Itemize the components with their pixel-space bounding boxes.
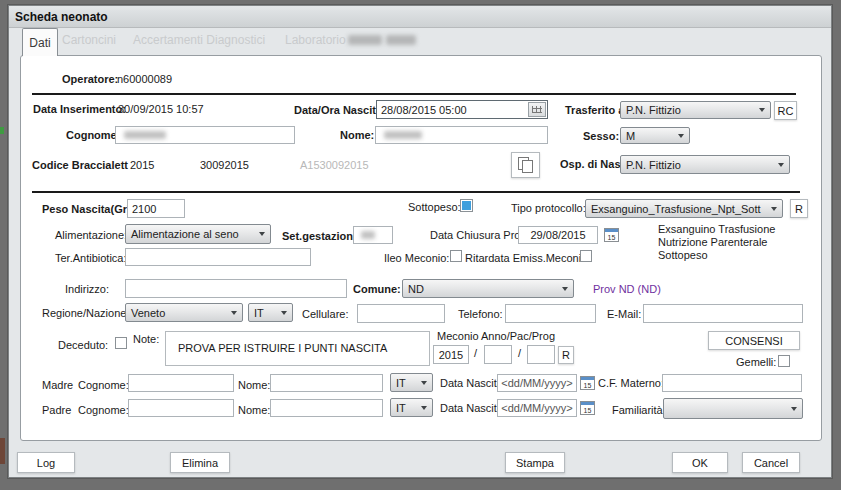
alimentazione-select[interactable]: Alimentazione al seno [125,224,271,244]
r-button[interactable]: R [790,199,808,218]
note-label: Note: [133,333,159,345]
chevron-down-icon [759,108,765,112]
trasferito-a-select[interactable]: P.N. Fittizio [620,101,771,119]
elimina-button[interactable]: Elimina [170,452,230,473]
peso-nascita-value: 2100 [132,203,156,215]
chevron-down-icon [231,311,237,315]
calendar-icon[interactable]: 15 [580,376,595,390]
sesso-label: Sesso: [583,130,619,142]
tipo-protocollo-select[interactable]: Exsanguino_Trasfusione_Npt_Sott [585,199,783,218]
osp-di-nascita-select[interactable]: P.N. Fittizio [620,155,790,174]
tab-accertamenti-diagnostici[interactable]: Accertamenti Diagnostici [133,33,265,47]
meconio-anno-input[interactable]: 2015 [433,345,469,364]
chevron-down-icon [778,163,784,167]
padre-nazione-select[interactable]: IT [390,398,433,417]
calendar-icon[interactable]: 15 [580,401,595,415]
calendar-day-label: 15 [581,406,594,415]
copy-icon [517,157,534,173]
nazione-value: IT [254,307,264,319]
familiarita-label: Familiarità: [612,404,666,416]
trasferito-a-label: Trasferito a: [565,104,628,116]
tab-dati[interactable]: Dati [22,28,58,56]
ileo-meconio-checkbox[interactable] [450,250,462,262]
telefono-label: Telefono: [458,308,503,320]
cf-materno-input[interactable] [662,374,802,392]
window-title: Scheda neonato [15,10,108,24]
protocollo-info-line2: Nutrizione Parenterale [658,236,767,248]
padre-cognome-label: Cognome: [78,404,129,416]
madre-cognome-input[interactable] [128,374,234,392]
rc-button[interactable]: RC [774,101,797,120]
deceduto-checkbox[interactable] [115,337,127,349]
separator [32,93,796,95]
chevron-down-icon [281,311,287,315]
log-button[interactable]: Log [17,452,75,473]
tipo-protocollo-value: Exsanguino_Trasfusione_Npt_Sott [591,203,761,215]
meconio-pac-input[interactable] [484,345,512,364]
data-chiusura-protocollo-value: 29/08/2015 [530,229,585,241]
padre-nome-input[interactable] [270,399,383,417]
meconio-separator: / [518,347,521,359]
ter-antibiotica-input[interactable] [125,248,311,266]
consensi-button[interactable]: CONSENSI [708,331,800,350]
protocollo-info-line1: Exsanguino Trasfusione [658,223,775,235]
madre-nome-input[interactable] [270,374,383,392]
ok-button[interactable]: OK [672,452,728,473]
operatore-label: Operatore: [62,73,118,85]
data-ora-nascita-input[interactable]: 28/08/2015 05:00 [376,100,548,119]
codice-completo-value: A1530092015 [300,159,369,171]
background-artifact-green [0,127,4,134]
stampa-button[interactable]: Stampa [505,452,565,473]
ritardata-emiss-meconio-checkbox[interactable] [580,250,592,262]
osp-di-nascita-value: P.N. Fittizio [626,159,681,171]
nome-redacted-value [384,131,422,139]
padre-nazione-value: IT [396,402,406,414]
padre-label: Padre [42,404,71,416]
madre-nome-label: Nome: [238,379,270,391]
tab-cartoncini[interactable]: Cartoncini [62,33,116,47]
copy-button[interactable] [511,152,540,178]
indirizzo-input[interactable] [125,279,347,298]
peso-nascita-input[interactable]: 2100 [127,199,185,218]
set-gestazione-label: Set.gestazione: [282,230,363,242]
regione-value: Veneto [131,307,165,319]
meconio-r-button[interactable]: R [558,346,574,364]
telefono-input[interactable] [505,304,596,323]
comune-select[interactable]: ND [402,279,574,298]
madre-data-nascita-input[interactable]: <dd/MM/yyyy> [497,374,577,392]
data-inserimento-value: 30/09/2015 10:57 [118,103,204,115]
madre-cognome-label: Cognome: [78,379,129,391]
madre-label: Madre [42,379,73,391]
calendar-icon[interactable]: 15 [604,228,619,242]
protocollo-info-line3: Sottopeso [658,249,708,261]
calendar-day-label: 15 [581,381,594,390]
madre-nazione-select[interactable]: IT [390,373,433,392]
cancel-button[interactable]: Cancel [742,452,800,473]
background-artifact-brown [0,438,5,464]
padre-cognome-input[interactable] [128,399,234,417]
padre-data-nascita-input[interactable]: <dd/MM/yyyy> [497,399,577,417]
nazione-select[interactable]: IT [248,303,293,322]
padre-data-nascita-placeholder: <dd/MM/yyyy> [501,402,573,414]
calendar-day-label: 15 [605,233,618,242]
data-chiusura-protocollo-input[interactable]: 29/08/2015 [518,226,598,244]
email-input[interactable] [643,304,803,323]
sesso-value: M [626,130,635,142]
meconio-anno-pac-prog-label: Meconio Anno/Pac/Prog [437,330,555,342]
regione-nazione-label: Regione/Nazione: [42,307,129,319]
window-titlebar[interactable]: Scheda neonato [9,6,831,28]
note-textarea[interactable]: PROVA PER ISTRUIRE I PUNTI NASCITA [165,331,430,366]
gemelli-checkbox[interactable] [778,355,790,367]
familiarita-select[interactable] [663,398,803,419]
datetime-picker-button[interactable] [528,102,546,117]
meconio-prog-input[interactable] [527,345,555,364]
cellulare-input[interactable] [357,304,445,323]
tab-laboratorio[interactable]: Laboratorio [285,33,346,47]
sottopeso-checkbox[interactable] [460,199,473,212]
sesso-select[interactable]: M [620,127,690,144]
gemelli-label: Gemelli: [736,356,776,368]
peso-nascita-label: Peso Nascita(Gr): [42,203,134,215]
separator [32,191,800,193]
regione-select[interactable]: Veneto [125,303,243,322]
ritardata-emiss-meconio-label: Ritardata Emiss.Meconio: [465,252,590,264]
